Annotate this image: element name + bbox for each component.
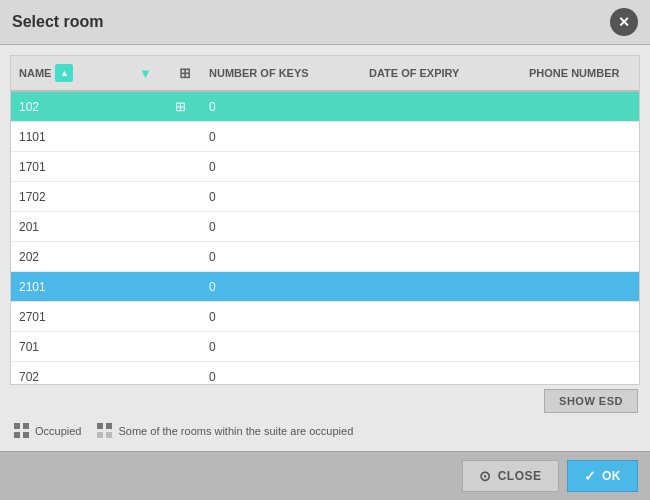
- col-header-grid: ⊞: [171, 61, 201, 85]
- col-header-filter: ▼: [131, 62, 171, 85]
- cell-phone: [521, 313, 639, 321]
- table-row[interactable]: 11010: [11, 122, 639, 152]
- filter-icon[interactable]: ▼: [139, 66, 152, 81]
- phone-label: PHONE NUMBER: [529, 67, 619, 79]
- cell-phone: [521, 283, 639, 291]
- ok-btn-icon: ✓: [584, 468, 597, 484]
- table-header: NAME ▲ ▼ ⊞ NUMBER OF KEYS DATE OF EXPIRY…: [11, 56, 639, 92]
- col-header-phone: PHONE NUMBER: [521, 63, 639, 83]
- dialog-title: Select room: [12, 13, 104, 31]
- show-esd-bar: SHOW ESD: [10, 385, 640, 417]
- name-col-label: NAME: [19, 67, 51, 79]
- cell-numkeys: 0: [201, 216, 361, 238]
- cell-row-icon: [171, 373, 201, 381]
- occupied-icon: [14, 423, 30, 439]
- show-esd-button[interactable]: SHOW ESD: [544, 389, 638, 413]
- cell-date-expiry: [361, 193, 521, 201]
- cell-name: 702: [11, 366, 131, 385]
- partial-label: Some of the rooms within the suite are o…: [118, 425, 353, 437]
- cell-name: 201: [11, 216, 131, 238]
- cell-numkeys: 0: [201, 186, 361, 208]
- table-body[interactable]: 102⊞011010170101702020102020210102701070…: [11, 92, 639, 384]
- cell-row-icon: [171, 223, 201, 231]
- cell-row-icon: [171, 193, 201, 201]
- footer: ⊙ CLOSE ✓ OK: [0, 451, 650, 500]
- cell-numkeys: 0: [201, 246, 361, 268]
- cell-phone: [521, 373, 639, 381]
- table-row[interactable]: 7020: [11, 362, 639, 384]
- cell-numkeys: 0: [201, 366, 361, 385]
- cell-name: 1701: [11, 156, 131, 178]
- table-row[interactable]: 7010: [11, 332, 639, 362]
- legend-occupied: Occupied: [14, 423, 81, 439]
- cell-name: 1702: [11, 186, 131, 208]
- occupied-label: Occupied: [35, 425, 81, 437]
- table-container: NAME ▲ ▼ ⊞ NUMBER OF KEYS DATE OF EXPIRY…: [10, 55, 640, 385]
- cell-date-expiry: [361, 373, 521, 381]
- expiry-label: DATE OF EXPIRY: [369, 67, 459, 79]
- table-row[interactable]: 17020: [11, 182, 639, 212]
- cell-date-expiry: [361, 343, 521, 351]
- cell-phone: [521, 103, 639, 111]
- cell-numkeys: 0: [201, 276, 361, 298]
- main-content: NAME ▲ ▼ ⊞ NUMBER OF KEYS DATE OF EXPIRY…: [0, 45, 650, 451]
- cell-name: 2701: [11, 306, 131, 328]
- cell-name: 701: [11, 336, 131, 358]
- cell-date-expiry: [361, 313, 521, 321]
- cell-row-icon: [171, 343, 201, 351]
- close-x-button[interactable]: [610, 8, 638, 36]
- close-button[interactable]: ⊙ CLOSE: [462, 460, 558, 492]
- cell-phone: [521, 133, 639, 141]
- table-row[interactable]: 2010: [11, 212, 639, 242]
- cell-name: 1101: [11, 126, 131, 148]
- sort-asc-button[interactable]: ▲: [55, 64, 73, 82]
- cell-date-expiry: [361, 223, 521, 231]
- cell-phone: [521, 223, 639, 231]
- close-btn-icon: ⊙: [479, 468, 492, 484]
- col-header-expiry: DATE OF EXPIRY: [361, 63, 521, 83]
- table-row[interactable]: 2020: [11, 242, 639, 272]
- legend: Occupied Some of the rooms within the su…: [10, 417, 640, 445]
- col-header-name: NAME ▲: [11, 60, 131, 86]
- ok-button[interactable]: ✓ OK: [567, 460, 639, 492]
- col-header-numkeys: NUMBER OF KEYS: [201, 63, 361, 83]
- table-row[interactable]: 21010: [11, 272, 639, 302]
- ok-btn-label: OK: [602, 469, 621, 483]
- title-bar: Select room: [0, 0, 650, 45]
- legend-partial: Some of the rooms within the suite are o…: [97, 423, 353, 439]
- numkeys-label: NUMBER OF KEYS: [209, 67, 309, 79]
- cell-row-icon: [171, 313, 201, 321]
- cell-date-expiry: [361, 253, 521, 261]
- cell-phone: [521, 163, 639, 171]
- cell-numkeys: 0: [201, 156, 361, 178]
- cell-date-expiry: [361, 103, 521, 111]
- cell-row-icon: [171, 283, 201, 291]
- cell-phone: [521, 343, 639, 351]
- grid-icon[interactable]: ⊞: [179, 65, 191, 81]
- table-row[interactable]: 17010: [11, 152, 639, 182]
- cell-name: 202: [11, 246, 131, 268]
- cell-numkeys: 0: [201, 306, 361, 328]
- cell-row-icon: [171, 253, 201, 261]
- partial-occupied-icon: [97, 423, 113, 439]
- cell-date-expiry: [361, 133, 521, 141]
- close-btn-label: CLOSE: [498, 469, 542, 483]
- cell-date-expiry: [361, 283, 521, 291]
- cell-numkeys: 0: [201, 336, 361, 358]
- cell-row-icon: [171, 133, 201, 141]
- cell-numkeys: 0: [201, 126, 361, 148]
- cell-row-icon: [171, 163, 201, 171]
- cell-name: 2101: [11, 276, 131, 298]
- cell-date-expiry: [361, 163, 521, 171]
- table-row[interactable]: 27010: [11, 302, 639, 332]
- cell-numkeys: 0: [201, 96, 361, 118]
- cell-phone: [521, 193, 639, 201]
- cell-row-icon: ⊞: [171, 95, 201, 118]
- cell-name: 102: [11, 96, 131, 118]
- cell-phone: [521, 253, 639, 261]
- table-row[interactable]: 102⊞0: [11, 92, 639, 122]
